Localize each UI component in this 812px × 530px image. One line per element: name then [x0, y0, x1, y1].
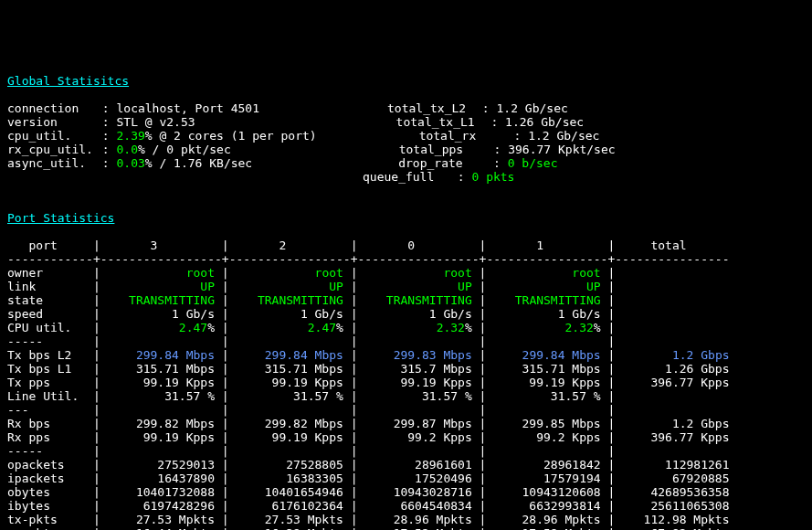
rxcpu-label: rx_cpu_util.	[7, 143, 95, 156]
port-stats-header: Port Statistics	[7, 211, 114, 225]
port-stats-table: port | 3 | 2 | 0 | 1 | total -----------…	[7, 238, 730, 530]
ver-label: version	[7, 115, 95, 129]
async-suffix: % / 1.76 KB/sec	[145, 156, 252, 170]
global-stats-block: connection : localhost, Port 4501total_t…	[7, 101, 805, 184]
conn-value: localhost, Port 4501	[116, 101, 259, 115]
queue-value: 0 pkts	[471, 170, 514, 184]
cpu-suffix: % @ 2 cores (1 per port)	[145, 129, 317, 143]
cpu-label: cpu_util.	[7, 129, 95, 143]
tx-l1-label: total_tx_L1	[396, 115, 484, 129]
terminal-output: Global Statisitcs connection : localhost…	[7, 60, 805, 530]
global-stats-header: Global Statisitcs	[7, 74, 129, 88]
rxcpu-pct: 0.0	[116, 143, 137, 156]
async-label: async_util.	[7, 156, 95, 170]
drop-value: 0 b/sec	[508, 156, 558, 170]
tx-l2-value: 1.2 Gb/sec	[497, 101, 568, 115]
rxcpu-suffix: % / 0 pkt/sec	[138, 143, 231, 156]
ver-value: STL @ v2.53	[116, 115, 195, 129]
async-pct: 0.03	[116, 156, 144, 170]
queue-label: queue_full	[363, 170, 450, 184]
tx-l1-value: 1.26 Gb/sec	[505, 115, 584, 129]
pps-value: 396.77 Kpkt/sec	[508, 143, 615, 156]
tx-l2-label: total_tx_L2	[387, 101, 475, 115]
drop-label: drop_rate	[398, 156, 486, 170]
cpu-pct: 2.39	[116, 129, 144, 143]
rx-value: 1.2 Gb/sec	[528, 129, 599, 143]
pps-label: total_pps	[399, 143, 487, 156]
conn-label: connection	[7, 101, 95, 115]
rx-label: total_rx	[419, 129, 507, 143]
